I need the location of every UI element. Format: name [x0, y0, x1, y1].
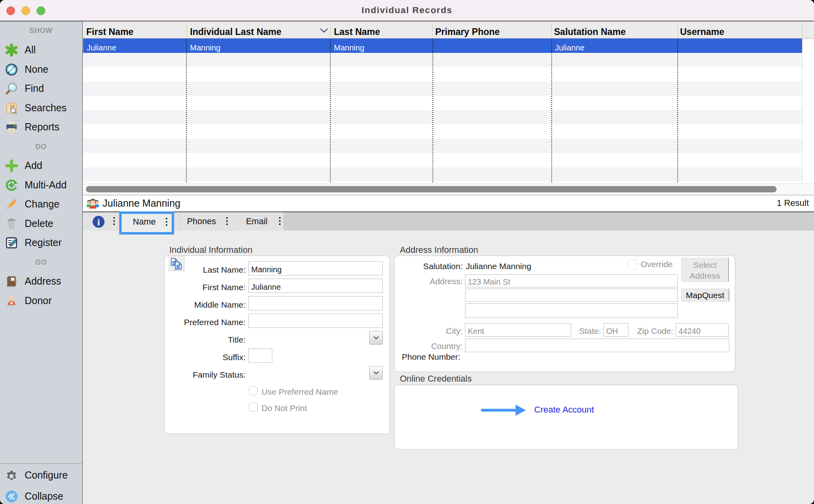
svg-text:i: i [97, 217, 100, 227]
